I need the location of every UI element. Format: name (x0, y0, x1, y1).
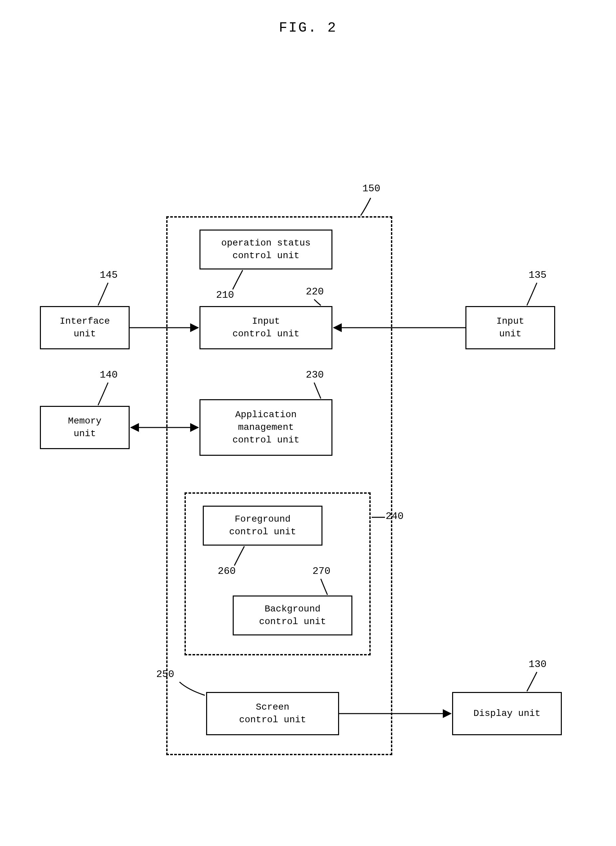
label-230: 230 (306, 369, 324, 381)
label-220: 220 (306, 286, 324, 297)
box-screen-control-unit: Screen control unit (206, 692, 339, 735)
label-240: 240 (386, 511, 403, 522)
figure-title: FIG. 2 (0, 20, 616, 36)
box-background-control-unit: Background control unit (233, 596, 352, 636)
label-250: 250 (156, 669, 174, 680)
label-145: 145 (100, 269, 118, 281)
box-interface-unit: Interface unit (40, 306, 130, 349)
label-140: 140 (100, 369, 118, 381)
box-operation-status-control-unit: operation status control unit (199, 230, 333, 269)
container-150 (166, 216, 392, 755)
box-input-control-unit: Input control unit (199, 306, 333, 349)
box-memory-unit: Memory unit (40, 406, 130, 449)
box-foreground-control-unit: Foreground control unit (203, 506, 323, 546)
box-application-management-control-unit: Application management control unit (199, 399, 333, 456)
box-input-unit: Input unit (465, 306, 555, 349)
label-270: 270 (312, 565, 330, 577)
box-display-unit: Display unit (452, 692, 562, 735)
label-210: 210 (216, 290, 234, 301)
label-260: 260 (218, 565, 236, 577)
label-130: 130 (529, 659, 547, 670)
diagram-stage: FIG. 2 150 Interface unit 145 Input unit… (0, 0, 616, 846)
label-135: 135 (529, 269, 547, 281)
label-150: 150 (362, 183, 380, 194)
